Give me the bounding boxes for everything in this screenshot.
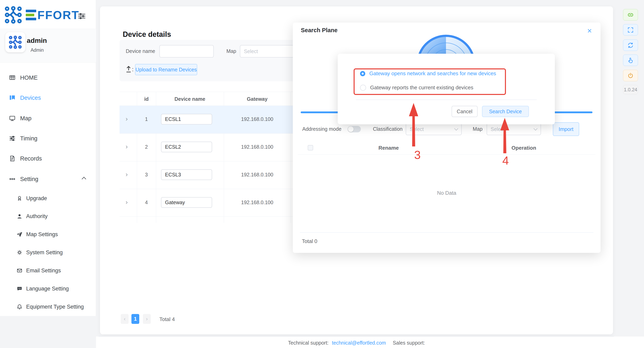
sidebar-item-equipment-type-setting[interactable]: Equipment Type Setting: [0, 298, 96, 316]
sidebar-item-timing[interactable]: Timing: [0, 128, 96, 148]
sidebar-item-label: Map Settings: [26, 231, 58, 238]
radio-label: Gateway reports the current existing dev…: [370, 84, 473, 91]
row-gateway: 192.168.0.100: [224, 172, 290, 178]
import-button[interactable]: Import: [553, 122, 579, 136]
radio-unselected-icon: [360, 85, 366, 91]
sidebar-item-system-setting[interactable]: System Setting: [0, 243, 96, 262]
power-button[interactable]: [623, 70, 638, 81]
upload-colon: :: [132, 66, 134, 73]
brand-e-glyph: [26, 10, 36, 20]
expand-row-icon[interactable]: ›: [126, 115, 128, 122]
sidebar-item-email-settings[interactable]: Email Settings: [0, 262, 96, 280]
sidebar-item-devices[interactable]: Devices: [0, 88, 96, 108]
pointer-button[interactable]: [623, 54, 638, 66]
sidebar: FFORT admin Admin: [0, 0, 96, 316]
addressing-mode-label: Addressing mode: [302, 126, 342, 132]
sidebar-item-setting[interactable]: Setting: [0, 169, 96, 189]
search-mode-dialog: Gateway opens network and searches for n…: [338, 54, 555, 124]
sidebar-item-label: Language Setting: [26, 286, 69, 292]
person-icon: [16, 213, 22, 219]
select-all-checkbox[interactable]: [308, 145, 313, 150]
divider: [98, 336, 614, 337]
document-icon: [9, 155, 16, 162]
sidebar-item-upgrade[interactable]: Upgrade: [0, 189, 96, 207]
chevron-down-icon: [454, 126, 458, 131]
avatar: [5, 32, 25, 52]
sidebar-item-map-settings[interactable]: Map Settings: [0, 225, 96, 243]
technical-support-label: Technical support:: [288, 340, 329, 346]
sidebar-item-label: Timing: [20, 135, 38, 142]
ellipsis-icon: [9, 176, 16, 182]
envelope-icon: [16, 268, 22, 273]
empty-state-text: No Data: [293, 190, 600, 196]
refresh-icon: [627, 42, 634, 48]
user-name: admin: [27, 37, 47, 44]
sidebar-item-records[interactable]: Records: [0, 148, 96, 169]
sidebar-item-home[interactable]: HOME: [0, 68, 96, 88]
select-placeholder: Select: [491, 126, 504, 132]
map-filter-select[interactable]: Select: [240, 45, 294, 57]
radio-selected-icon: [360, 71, 365, 76]
upload-rename-devices-button[interactable]: Upload to Rename Devices: [135, 64, 197, 75]
radio-option-report-existing[interactable]: Gateway reports the current existing dev…: [360, 84, 473, 91]
sidebar-item-label: Authority: [26, 213, 48, 219]
device-name-input[interactable]: [160, 45, 214, 57]
pagination-next-button[interactable]: ›: [143, 314, 151, 324]
user-panel[interactable]: admin Admin: [0, 29, 96, 62]
row-gateway: 192.168.0.100: [224, 200, 290, 205]
modal-total-count: Total 0: [302, 238, 317, 244]
divider: [356, 100, 537, 100]
row-device-name-input[interactable]: [161, 197, 212, 208]
addressing-mode-toggle[interactable]: [348, 126, 361, 132]
sliders-icon: [9, 135, 16, 142]
brand-logo[interactable]: FFORT: [4, 6, 79, 24]
sales-support-label: Sales support:: [393, 340, 425, 346]
column-header-gateway: Gateway: [224, 96, 290, 102]
collapse-sidebar-icon[interactable]: [78, 12, 86, 20]
pagination-page-1[interactable]: 1: [132, 314, 139, 324]
pagination-prev-button[interactable]: ‹: [121, 314, 128, 324]
fullscreen-icon: [627, 27, 634, 33]
divider: [298, 154, 596, 155]
sidebar-item-label: Setting: [20, 176, 38, 182]
expand-row-icon[interactable]: ›: [126, 171, 128, 178]
sidebar-item-label: Equipment Type Setting: [26, 304, 84, 310]
radio-label: Gateway opens network and searches for n…: [369, 70, 496, 77]
expand-row-icon[interactable]: ›: [126, 143, 128, 150]
device-name-label: Device name: [126, 48, 155, 54]
close-icon[interactable]: ✕: [587, 27, 592, 34]
search-device-button[interactable]: Search Device: [482, 106, 529, 117]
sidebar-item-label: Devices: [20, 94, 41, 101]
row-device-name-input[interactable]: [161, 169, 212, 180]
map-filter-label: Map: [226, 48, 236, 54]
sidebar-item-authority[interactable]: Authority: [0, 207, 96, 225]
toggle-knob: [348, 126, 354, 132]
cancel-button[interactable]: Cancel: [452, 106, 478, 117]
refresh-button[interactable]: [623, 39, 638, 51]
row-device-name-input[interactable]: [161, 142, 212, 152]
rename-column-header: Rename: [360, 145, 417, 151]
radio-option-open-network[interactable]: Gateway opens network and searches for n…: [360, 70, 496, 77]
sidebar-item-label: System Setting: [26, 249, 63, 256]
expand-row-icon[interactable]: ›: [126, 198, 128, 206]
devices-icon: [9, 94, 16, 101]
sidebar-item-map[interactable]: Map: [0, 108, 96, 128]
modal-map-select[interactable]: Select: [486, 123, 541, 135]
sidebar-item-label: HOME: [20, 74, 38, 81]
select-placeholder: Select: [410, 126, 424, 132]
medal-icon: [16, 196, 22, 201]
technical-support-email-link[interactable]: technical@effortled.com: [332, 340, 386, 346]
classification-select[interactable]: Select: [406, 123, 462, 135]
row-id: 3: [137, 172, 156, 178]
hand-pointer-icon: [627, 57, 634, 63]
sidebar-item-label: Records: [20, 155, 42, 162]
version-badge: 1.0.24: [623, 85, 638, 94]
brand-wordmark: FFORT: [38, 8, 79, 22]
row-device-name-input[interactable]: [161, 114, 212, 124]
sidebar-item-language-setting[interactable]: Language Setting: [0, 280, 96, 298]
fullscreen-button[interactable]: [623, 24, 638, 36]
link-button[interactable]: [623, 9, 638, 20]
pagination-total: Total 4: [160, 316, 175, 323]
column-header-device-name: Device name: [156, 96, 224, 102]
column-header-id: id: [137, 96, 156, 102]
